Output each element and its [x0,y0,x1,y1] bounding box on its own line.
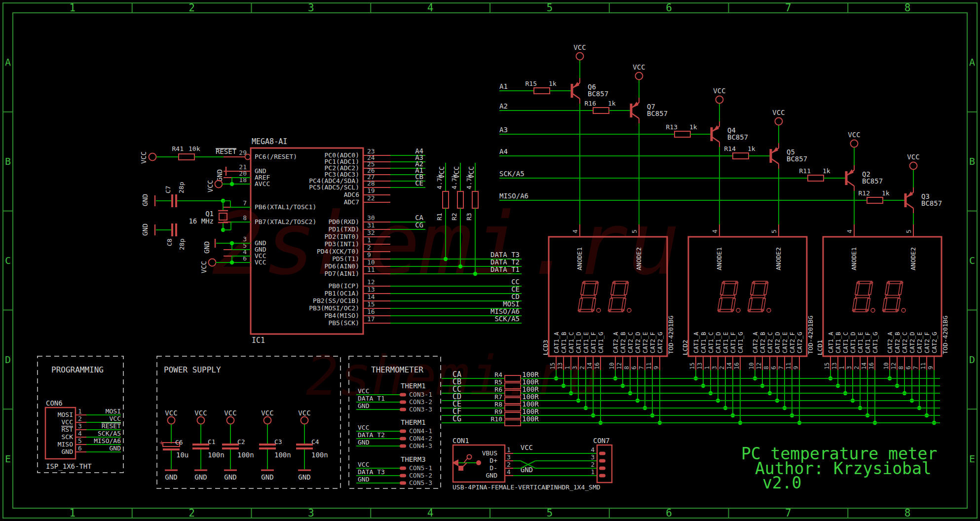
resistor-value: 1k [748,145,755,152]
pin-number: 31 [367,222,375,229]
pin-name: CAT2_B [620,332,627,353]
resistor-value: 1k [882,189,890,197]
pin-number: 8 [763,366,770,370]
segment [721,296,735,298]
net-label: MOSI [106,408,121,415]
pin-number: 32 [367,229,375,236]
pin-number: 4 [78,430,82,437]
frame-col-label: 4 [427,2,434,14]
pin-name: CAT2_G [796,332,803,353]
vcc-symbol [910,162,917,170]
pin-name: PC5(ADC5/SCL) [309,184,359,191]
resistor-ref: R16 [585,100,596,107]
polarity-mark: + [159,439,163,447]
vcc-symbol [636,73,643,80]
resistor-value: 100R [522,378,539,386]
pin-name: CAT2_B [759,332,766,353]
gnd-label: GND [224,473,236,481]
pin-number: 17 [367,315,375,323]
decimal-point [627,308,631,312]
pin-number: 11 [785,363,792,370]
pin-name: PB2(SS/OC1B) [313,297,359,304]
resistor-ref: R10 [491,415,502,423]
pin-name: PC6(/RESET) [255,153,297,160]
resistor-value: 100R [522,371,539,378]
gnd-label: GND [298,473,310,481]
pin-name: VBUS [482,449,497,457]
pin-number: 2 [367,244,371,251]
cap-ref: C7 [164,186,172,193]
cap-ref: C8 [166,238,173,246]
junction-dot [230,182,234,186]
resistor-ref: R9 [494,408,502,415]
pin-number: 6 [631,366,638,370]
pin-name: PD1(TXD) [328,225,359,233]
pin-name: CAT1_A [693,332,700,353]
display-ref: LCD1 [816,340,824,355]
segment [611,296,626,298]
pin-number: 5 [78,437,82,445]
cap-value: 28p [178,182,185,193]
frame-col-label: 5 [547,507,553,519]
frame-row-label: E [969,453,975,465]
connector-pad [400,430,406,433]
pin-number: 9 [792,366,799,370]
pin-name: PB6(XTAL1/TOSC1) [255,203,316,211]
pin-number: 3 [846,366,853,370]
transistor-arrow [772,147,778,153]
pin-number: 15 [367,300,375,308]
frame-row-label: D [5,354,11,366]
pin-number: 4 [591,446,595,453]
pin-number: 1 [507,446,511,453]
frame-col-label: 2 [188,507,195,519]
gnd-label: GND [261,473,273,481]
pin-name: CAT2_B [894,332,901,353]
connector-part: ISP_1X6-THT [46,462,92,471]
pin-name: PB5(SCK) [328,319,359,327]
net-label: SCK/A5 [494,315,520,323]
pin-number: 3 [571,366,578,370]
pin-number: 4 [846,229,853,233]
pin-name: PD2(INT0) [325,233,359,240]
frame-row-label: B [5,155,11,167]
frame-col-label: 5 [547,2,553,14]
pin-number: 10 [367,259,375,266]
net-label: CG [452,414,461,423]
pin-number: 13 [557,363,564,370]
pin-number: 11 [367,266,375,273]
pin-number: 8 [243,214,247,222]
pin-number: 28 [367,180,375,187]
gnd-label: GND [141,194,149,206]
transistor-value: BC857 [727,133,748,141]
resistor-body [808,175,824,181]
pin-number: 6 [78,445,82,452]
pin-name: CAT1_D [850,332,857,353]
pin-name: MOSI [58,411,73,418]
resistor-value: 100R [522,415,539,423]
vcc-label: VCC [140,151,148,164]
pin-name: CON4-2 [409,435,432,442]
pin-number: 8 [898,366,905,370]
pin-name: CON4-3 [409,442,432,449]
pin-number: 10 [608,363,615,370]
pin-name: CAT2_D [909,332,916,353]
pin-name: CAT2_A [612,332,619,353]
pin-name: CAT1_F [865,332,871,353]
vcc-label: VCC [206,180,214,192]
pin-number: 13 [696,363,703,370]
usb-icon [458,466,463,471]
cap-ref: C3 [274,438,282,446]
net-label: VCC [358,424,369,431]
connector-part: PINHDR_1X4_SMD [546,484,601,491]
resistor-ref: R4 [494,371,502,378]
pin-number: 5 [905,229,912,233]
frame-row-label: A [5,56,11,68]
pin-name: PD3(INT1) [325,240,359,248]
cap-ref: C2 [237,438,245,446]
connector-ref: CON1 [452,437,469,445]
net-label: SCK/A5 [499,170,525,178]
resistor-ref: R13 [666,123,678,131]
frame-col-label: 3 [308,507,314,519]
decimal-point [736,308,740,312]
pin-name: CAT1_C [842,332,849,353]
